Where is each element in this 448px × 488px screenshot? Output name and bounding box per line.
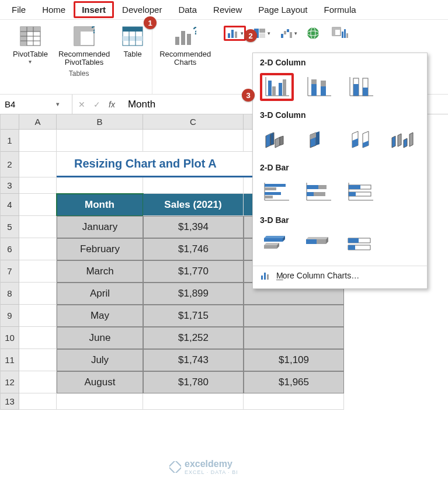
fx-accept-icon[interactable]: ✓ — [93, 100, 100, 109]
col-header-a[interactable]: A — [19, 114, 57, 130]
stacked-column-3d[interactable] — [302, 126, 336, 154]
table-cell[interactable]: $1,780 — [143, 371, 244, 393]
tab-developer[interactable]: Developer — [114, 1, 170, 18]
cell[interactable] — [19, 238, 57, 260]
table-cell[interactable] — [244, 305, 344, 327]
cell[interactable] — [19, 283, 57, 305]
cell[interactable] — [143, 177, 244, 194]
cell[interactable] — [19, 260, 57, 283]
row-header-7[interactable]: 7 — [1, 260, 19, 283]
cell[interactable] — [19, 194, 57, 216]
cell[interactable] — [57, 177, 143, 194]
row-header-3[interactable]: 3 — [1, 177, 19, 194]
tab-file[interactable]: File — [4, 1, 34, 18]
stacked-bar-2d[interactable] — [302, 178, 336, 206]
cell[interactable] — [19, 305, 57, 327]
table-cell[interactable]: August — [57, 371, 143, 393]
cell[interactable] — [19, 349, 57, 371]
svg-rect-50 — [321, 86, 326, 96]
tab-review[interactable]: Review — [205, 1, 250, 18]
row-header-13[interactable]: 13 — [1, 393, 19, 410]
clustered-column-3d[interactable] — [260, 126, 294, 154]
table-cell[interactable]: $1,394 — [143, 216, 244, 238]
3d-map-button[interactable] — [304, 26, 324, 41]
clustered-bar-3d[interactable] — [260, 231, 294, 259]
table-cell[interactable]: February — [57, 238, 143, 260]
insert-column-chart-button[interactable]: ▾ — [224, 26, 246, 41]
table-cell[interactable]: $1,770 — [143, 260, 244, 283]
table-cell[interactable]: May — [57, 305, 143, 327]
table-header-month[interactable]: Month — [57, 194, 143, 216]
cell[interactable] — [19, 393, 57, 410]
table-cell[interactable]: $1,109 — [244, 349, 344, 371]
table-cell[interactable]: $1,746 — [143, 238, 244, 260]
name-box-input[interactable] — [4, 99, 56, 110]
section-2d-column: 2-D Column — [260, 58, 420, 67]
table-cell[interactable]: $1,252 — [143, 327, 244, 349]
clustered-column-2d[interactable] — [260, 73, 294, 101]
more-column-charts[interactable]: More Column Charts… — [253, 266, 427, 285]
100-stacked-column-3d[interactable] — [344, 126, 378, 154]
cell[interactable] — [19, 371, 57, 393]
clustered-bar-2d[interactable] — [260, 178, 294, 206]
table-cell[interactable]: January — [57, 216, 143, 238]
insert-pivot-chart-button[interactable] — [329, 26, 352, 41]
row-header-1[interactable]: 1 — [1, 130, 19, 152]
table-header-sales[interactable]: Sales (2021) — [143, 194, 244, 216]
cell[interactable] — [57, 393, 143, 410]
row-header-5[interactable]: 5 — [1, 216, 19, 238]
row-header-11[interactable]: 11 — [1, 349, 19, 371]
cell[interactable] — [19, 216, 57, 238]
row-header-6[interactable]: 6 — [1, 238, 19, 260]
table-cell[interactable]: $1,965 — [244, 371, 344, 393]
tab-data[interactable]: Data — [170, 1, 205, 18]
100-stacked-bar-2d[interactable] — [344, 178, 378, 206]
tab-formula[interactable]: Formula — [316, 1, 364, 18]
table-cell[interactable]: March — [57, 260, 143, 283]
100-stacked-column-2d[interactable] — [344, 73, 378, 101]
cell[interactable] — [19, 130, 57, 152]
cell[interactable] — [244, 393, 344, 410]
table-cell[interactable]: $1,743 — [143, 349, 244, 371]
row-header-12[interactable]: 12 — [1, 371, 19, 393]
pivot-table-button[interactable]: PivotTable ▾ — [12, 23, 49, 66]
table-cell[interactable]: $1,715 — [143, 305, 244, 327]
watermark-icon — [169, 461, 181, 473]
fx-icon[interactable]: fx — [109, 100, 115, 109]
tab-home[interactable]: Home — [34, 1, 74, 18]
watermark: exceldemy EXCEL · DATA · BI — [169, 459, 238, 475]
insert-waterfall-chart-button[interactable]: ▾ — [277, 26, 300, 41]
name-box-dropdown-icon[interactable]: ▾ — [56, 100, 60, 108]
recommended-pivot-button[interactable]: ? Recommended PivotTables — [57, 23, 111, 68]
col-header-c[interactable]: C — [143, 114, 244, 130]
cell[interactable] — [57, 130, 143, 152]
row-header-4[interactable]: 4 — [1, 194, 19, 216]
recommended-charts-button[interactable]: ? Recommended Charts — [158, 23, 212, 68]
svg-rect-62 — [265, 192, 281, 195]
cell[interactable] — [19, 327, 57, 349]
tab-page-layout[interactable]: Page Layout — [250, 1, 315, 18]
col-header-b[interactable]: B — [57, 114, 143, 130]
row-header-2[interactable]: 2 — [1, 152, 19, 177]
table-cell[interactable]: $1,899 — [143, 283, 244, 305]
fx-cancel-icon[interactable]: ✕ — [78, 100, 85, 109]
cell[interactable] — [143, 130, 244, 152]
table-cell[interactable] — [244, 327, 344, 349]
stacked-bar-3d[interactable] — [302, 231, 336, 259]
select-all-corner[interactable] — [1, 114, 19, 130]
table-cell[interactable]: April — [57, 283, 143, 305]
column-3d[interactable] — [386, 126, 420, 154]
row-header-8[interactable]: 8 — [1, 283, 19, 305]
100-stacked-bar-3d[interactable] — [344, 231, 378, 259]
table-cell[interactable]: June — [57, 327, 143, 349]
table-cell[interactable]: July — [57, 349, 143, 371]
row-header-9[interactable]: 9 — [1, 305, 19, 327]
cell[interactable] — [19, 177, 57, 194]
name-box[interactable]: ▾ — [0, 95, 72, 114]
table-button[interactable]: Table — [119, 23, 146, 60]
cell[interactable] — [143, 393, 244, 410]
cell[interactable] — [19, 152, 57, 177]
row-header-10[interactable]: 10 — [1, 327, 19, 349]
stacked-column-2d[interactable] — [302, 73, 336, 101]
tab-insert[interactable]: Insert — [74, 1, 114, 18]
